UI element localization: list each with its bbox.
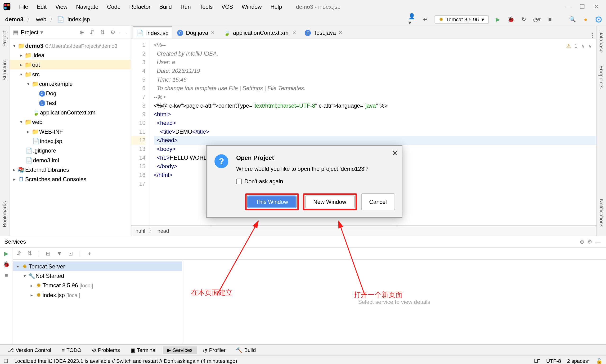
profile-icon[interactable]: ◔▾ — [533, 15, 541, 23]
tree-folder-out[interactable]: ▸📁out — [10, 60, 130, 69]
tree-scratches[interactable]: ▸🗒Scratches and Consoles — [10, 174, 130, 184]
menu-file[interactable]: File — [16, 1, 32, 11]
crumb-file[interactable]: index.jsp — [66, 15, 92, 23]
crumb-project[interactable]: demo3 — [3, 15, 25, 23]
collapse-all-icon[interactable]: ⇅ — [98, 29, 106, 36]
group-icon[interactable]: ⊞ — [46, 250, 50, 257]
tool-terminal[interactable]: ▣Terminal — [126, 346, 161, 354]
crumb-folder[interactable]: web — [34, 15, 48, 23]
dialog-close-icon[interactable]: ✕ — [392, 149, 398, 157]
collapse-icon[interactable]: ⇅ — [27, 250, 32, 257]
menu-refactor[interactable]: Refactor — [126, 1, 154, 11]
tab-indexjsp[interactable]: 📄index.jsp — [133, 26, 172, 39]
panel-settings-icon[interactable]: ⚙ — [109, 29, 117, 36]
close-window-icon[interactable]: ✕ — [594, 3, 599, 10]
service-root[interactable]: ▾✹Tomcat Server — [13, 261, 182, 271]
hide-panel-icon[interactable]: — — [594, 238, 602, 245]
tool-vcs[interactable]: ⎇Version Control — [3, 346, 56, 354]
menu-window[interactable]: Window — [238, 1, 265, 11]
stop-service-icon[interactable]: ■ — [4, 272, 8, 278]
menu-tools[interactable]: Tools — [196, 1, 216, 11]
run-service-icon[interactable]: ▶ — [4, 250, 8, 257]
back-icon[interactable]: ↩ — [421, 15, 429, 23]
editor-breadcrumb[interactable]: html〉head — [131, 225, 596, 236]
maximize-icon[interactable]: ☐ — [579, 3, 585, 10]
dont-ask-checkbox[interactable]: Don't ask again — [236, 178, 369, 184]
expand-all-icon[interactable]: ⇵ — [88, 29, 96, 36]
tree-file-indexjsp[interactable]: 📄index.jsp — [10, 136, 130, 146]
editor-more-icon[interactable]: ⋮ — [589, 32, 596, 39]
project-panel-title[interactable]: Project ▾ — [21, 29, 43, 36]
rail-endpoints[interactable]: Endpoints — [598, 65, 605, 89]
stop-icon[interactable]: ■ — [546, 15, 554, 23]
this-window-button[interactable]: This Window — [248, 195, 296, 208]
menu-view[interactable]: View — [52, 1, 71, 11]
filter-icon[interactable]: ▼ — [57, 250, 62, 257]
menu-help[interactable]: Help — [267, 1, 285, 11]
close-icon[interactable]: ✕ — [338, 30, 342, 36]
services-settings-icon[interactable]: ⚙ — [586, 238, 594, 245]
settings-icon[interactable] — [595, 15, 603, 23]
tool-services[interactable]: ▶Services — [163, 346, 197, 354]
tab-dogjava[interactable]: CDog.java✕ — [173, 26, 219, 39]
tool-build[interactable]: 🔨Build — [232, 346, 260, 354]
rail-notifications[interactable]: Notifications — [598, 199, 605, 227]
tree-folder-web[interactable]: ▾📁web — [10, 117, 130, 127]
tree-folder-idea[interactable]: ▸📁.idea — [10, 50, 130, 60]
rail-project[interactable]: Project — [1, 30, 8, 46]
status-readonly-icon[interactable]: 🔓 — [596, 358, 603, 364]
service-tomcat[interactable]: ▸✹Tomcat 8.5.96 [local] — [13, 281, 182, 290]
rail-bookmarks[interactable]: Bookmarks — [1, 201, 8, 227]
tree-package[interactable]: ▾📁com.example — [10, 79, 130, 89]
tool-profiler[interactable]: ◔Profiler — [199, 346, 230, 354]
run-config-selector[interactable]: ✹ Tomcat 8.5.96 ▾ — [434, 15, 489, 24]
hide-panel-icon[interactable]: — — [119, 29, 127, 36]
rail-structure[interactable]: Structure — [1, 60, 8, 81]
debug-service-icon[interactable]: 🐞 — [3, 261, 10, 268]
close-icon[interactable]: ✕ — [211, 30, 215, 36]
breadcrumb[interactable]: demo3 〉 web 〉 📄 index.jsp — [3, 15, 92, 23]
tree-file-iml[interactable]: 📄demo3.iml — [10, 155, 130, 165]
tree-folder-webinf[interactable]: ▸📁WEB-INF — [10, 127, 130, 136]
menu-navigate[interactable]: Navigate — [73, 1, 102, 11]
status-encoding[interactable]: UTF-8 — [546, 358, 561, 364]
add-service-icon[interactable]: ＋ — [87, 249, 92, 257]
tree-file-appctx[interactable]: 🍃applicationContext.xml — [10, 108, 130, 117]
tree-root[interactable]: ▾📁demo3 C:\Users\a\IdeaProjects\demo3 — [10, 41, 130, 50]
rail-database[interactable]: Database — [598, 30, 605, 52]
menu-run[interactable]: Run — [177, 1, 194, 11]
search-icon[interactable]: 🔍 — [569, 15, 576, 23]
user-icon[interactable]: 👤▾ — [408, 15, 416, 23]
menu-code[interactable]: Code — [103, 1, 124, 11]
services-target-icon[interactable]: ⊕ — [578, 238, 586, 245]
tab-testjava[interactable]: CTest.java✕ — [301, 26, 346, 39]
inspection-widget[interactable]: ⚠1∧∨ — [566, 42, 592, 50]
project-tree[interactable]: ▾📁demo3 C:\Users\a\IdeaProjects\demo3 ▸📁… — [10, 39, 130, 236]
menu-edit[interactable]: Edit — [33, 1, 50, 11]
coverage-icon[interactable]: ↻ — [520, 15, 528, 23]
tree-file-gitignore[interactable]: 📄.gitignore — [10, 146, 130, 155]
cancel-button[interactable]: Cancel — [361, 194, 395, 210]
run-icon[interactable]: ▶ — [494, 15, 502, 23]
layout-icon[interactable]: ⊡ — [68, 250, 73, 257]
services-tree[interactable]: ▾✹Tomcat Server ▾🔧Not Started ▸✹Tomcat 8… — [13, 260, 182, 344]
service-notstarted[interactable]: ▾🔧Not Started — [13, 271, 182, 281]
tree-folder-src[interactable]: ▾📁src — [10, 69, 130, 79]
status-indent[interactable]: 2 spaces* — [567, 358, 590, 364]
service-indexjsp[interactable]: ▸✹index.jsp [local] — [13, 290, 182, 299]
select-opened-file-icon[interactable]: ⊕ — [78, 29, 85, 36]
menu-build[interactable]: Build — [156, 1, 175, 11]
status-lf[interactable]: LF — [534, 358, 540, 364]
status-message[interactable]: Localized IntelliJ IDEA 2023.1 is availa… — [14, 358, 237, 364]
debug-icon[interactable]: 🐞 — [507, 15, 515, 23]
tree-class-test[interactable]: CTest — [10, 98, 130, 107]
tree-class-dog[interactable]: CDog — [10, 89, 130, 98]
minimize-icon[interactable]: — — [565, 3, 571, 10]
expand-icon[interactable]: ⇵ — [17, 250, 21, 257]
ide-update-icon[interactable]: ● — [582, 15, 589, 23]
tab-appctx[interactable]: 🍃applicationContext.xml✕ — [220, 26, 300, 39]
status-ms982[interactable]: ☐ — [3, 358, 8, 364]
close-icon[interactable]: ✕ — [292, 30, 296, 36]
tool-problems[interactable]: ⊘Problems — [87, 346, 124, 354]
tool-todo[interactable]: ≡TODO — [57, 346, 86, 354]
